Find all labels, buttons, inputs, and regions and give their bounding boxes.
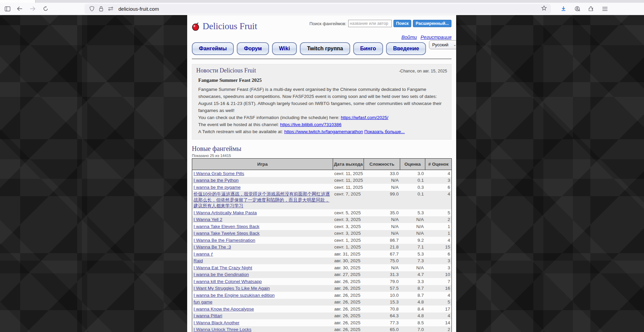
col-header-difficulty[interactable]: Сложность [364, 159, 400, 170]
new-fangames-heading: Новые фангеймы [192, 145, 451, 153]
difficulty-value: N/A [364, 230, 400, 237]
active-tab-edge[interactable] [0, 0, 35, 3]
table-row: I Wanna Be the Flamestinationсент. 1, 20… [192, 237, 452, 244]
advanced-search-button[interactable]: Расширенный... [413, 20, 451, 27]
table-row: I Wanna Unlock Three Locksавг. 26, 20256… [192, 326, 452, 332]
bookmark-star-icon[interactable] [541, 5, 547, 12]
sidebar-icon[interactable] [2, 4, 13, 13]
game-link[interactable]: I wanna Pittari [194, 313, 222, 318]
game-link[interactable]: I Wanna Unlock Three Locks [194, 327, 252, 332]
rating-count: 1 [425, 230, 452, 237]
back-icon[interactable] [14, 4, 25, 13]
nav-fangames[interactable]: Фангеймы [192, 42, 234, 55]
menu-icon[interactable] [599, 4, 610, 13]
news-line-twitch: A Twitch restream will also be available… [198, 128, 447, 135]
rating-count: 4 [425, 292, 452, 299]
game-link[interactable]: I Wanna Black Another [194, 320, 239, 325]
rating-value: 4.8 [400, 299, 425, 306]
twitch-link[interactable]: https://www.twitch.tv/fangamemarathon [284, 129, 363, 134]
forward-icon [27, 4, 38, 13]
difficulty-value: 67.7 [364, 251, 400, 258]
release-date: сент. 3, 2025 [333, 216, 364, 223]
game-link[interactable]: I wanna be the Engine suzukisan edition [194, 293, 275, 298]
game-link[interactable]: I wanna be the Gendination [194, 272, 249, 277]
nav-forum[interactable]: Форум [237, 42, 269, 55]
release-date: авг. 26, 2025 [333, 278, 364, 285]
site-logo[interactable]: Delicious Fruit [192, 21, 257, 32]
game-link[interactable]: I Wanna Be the Flamestination [194, 238, 255, 243]
nav-wiki[interactable]: Wiki [272, 42, 297, 55]
game-link[interactable]: fun game [194, 299, 212, 305]
extensions-icon[interactable] [586, 4, 596, 13]
news-box: Новости Delicious Fruit -Chance, on авг.… [192, 64, 451, 140]
difficulty-value: 79.0 [364, 278, 400, 285]
rating-count: 16 [425, 285, 452, 292]
account-icon[interactable] [572, 4, 583, 13]
difficulty-value: 10.0 [364, 292, 400, 299]
game-link[interactable]: I Want My Struggles To Like Me Again [194, 286, 270, 291]
table-row: I wanna kill the Colonel Whatsappавг. 26… [192, 278, 452, 285]
rating-value: 3.3 [400, 278, 425, 285]
search-input[interactable] [348, 20, 392, 27]
fasf-link[interactable]: https://iwfasf.com/2025/ [341, 115, 388, 120]
browser-toolbar: delicious-fruit.com [0, 3, 644, 15]
nav-intro[interactable]: Введение [386, 42, 426, 55]
reload-icon[interactable] [40, 4, 51, 13]
url-text[interactable]: delicious-fruit.com [118, 6, 541, 12]
difficulty-value: 65.0 [364, 326, 400, 332]
news-line-channel: The event will be hosted at this channel… [198, 121, 447, 128]
game-link[interactable]: I Wanna Grab Some Pills [194, 171, 244, 176]
release-date: авг. 26, 2025 [333, 285, 364, 292]
bilibili-link[interactable]: https://live.bilibili.com/7310386 [280, 122, 341, 127]
release-date: авг. 26, 2025 [333, 292, 364, 299]
game-link[interactable]: I wanna Take Twelve Steps Back [194, 231, 260, 236]
rating-count: 2 [425, 326, 452, 332]
news-title: Новости Delicious Fruit [196, 67, 256, 74]
table-row: I wanna Take Twelve Steps Backсент. 3, 2… [192, 230, 452, 237]
login-link[interactable]: Войти [401, 35, 417, 40]
apple-icon [192, 22, 200, 31]
col-header-game[interactable]: Игра [192, 159, 333, 170]
release-date: авг. 26, 2025 [333, 306, 364, 313]
rating-value: 5.3 [400, 209, 425, 216]
lock-icon[interactable] [99, 6, 103, 11]
game-link[interactable]: I wanna be the Python [194, 178, 238, 183]
game-link[interactable]: 价值10分的牛逼追逐战，我觉得这个游戏虽然没有前面那个网红追逐战那么长，但依然是… [194, 191, 330, 208]
url-bar[interactable]: delicious-fruit.com [85, 4, 551, 14]
search-button[interactable]: Поиск [393, 20, 412, 27]
release-date: сент. 3, 2025 [333, 230, 364, 237]
game-link[interactable]: I wanna Take Eleven Steps Back [194, 224, 259, 229]
game-link[interactable]: I Wanna Yell 2 [194, 217, 222, 222]
download-icon[interactable] [558, 4, 569, 13]
game-link[interactable]: I wanna Know the Apocalypse [194, 307, 254, 312]
nav-twitch-group[interactable]: Twitch группа [300, 42, 350, 55]
permissions-icon[interactable] [108, 6, 113, 11]
register-link[interactable]: Регистрация [421, 35, 451, 40]
language-select[interactable]: Русский ⌄ [429, 40, 456, 49]
language-value: Русский [432, 42, 448, 47]
rating-value: 8.4 [400, 306, 425, 313]
game-link[interactable]: I wanna kill the Colonel Whatsapp [194, 279, 262, 284]
show-more-link[interactable]: Показать больше... [364, 129, 405, 134]
nav-bingo[interactable]: Бинго [353, 42, 383, 55]
game-link[interactable]: I wanna be the pygame [194, 185, 240, 190]
shield-icon[interactable] [90, 6, 94, 11]
table-row: I wanna be the Engine suzukisan editionа… [192, 292, 452, 299]
col-header-rating[interactable]: Оценка [400, 159, 425, 170]
table-header-row: Игра Дата выхода Сложность Оценка # Оцен… [192, 159, 452, 170]
chevron-down-icon: ⌄ [453, 43, 456, 47]
game-link[interactable]: I wanna ƒ [194, 252, 213, 257]
game-link[interactable]: Raid [194, 258, 203, 263]
game-link[interactable]: I Wanna Artistically Make Pasta [194, 210, 257, 215]
game-link[interactable]: I Wanna Eat The Crazy Night [194, 265, 252, 270]
window-top-strip [0, 0, 644, 3]
game-link[interactable]: I Wanna Be The :3 [194, 244, 231, 250]
table-row: I Wanna Yell 2сент. 3, 2025N/AN/A2 [192, 216, 452, 223]
article-title: Fangame Summer Feast 2025 [198, 77, 447, 83]
col-header-count[interactable]: # Оценок [425, 159, 452, 170]
news-text: The event will be hosted at this channel… [198, 122, 280, 127]
table-row: I Want My Struggles To Like Me Againавг.… [192, 285, 452, 292]
rating-count: 3 [425, 177, 452, 184]
difficulty-value: 15.3 [364, 299, 400, 306]
col-header-date[interactable]: Дата выхода [333, 159, 364, 170]
